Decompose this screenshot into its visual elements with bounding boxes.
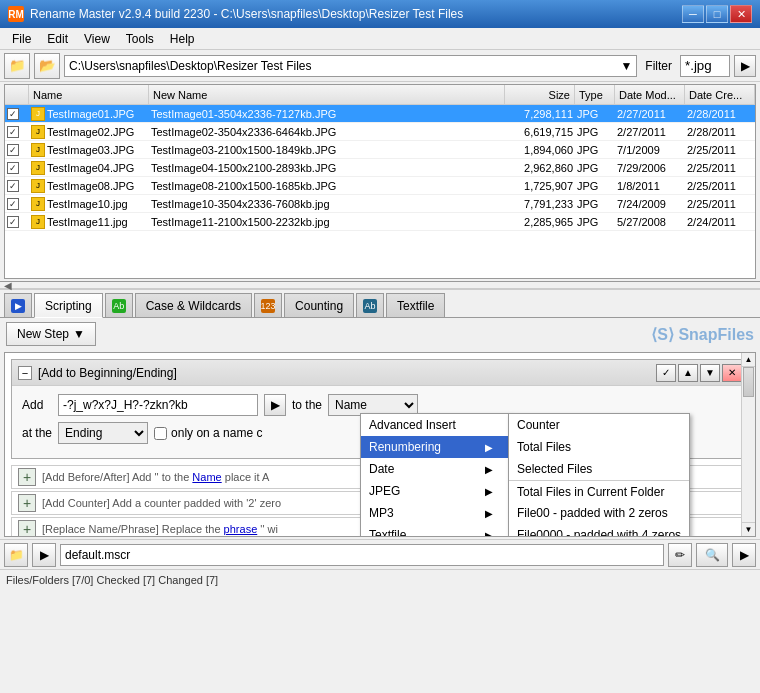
- sub-step-add-btn-3[interactable]: +: [18, 520, 36, 537]
- ctx-date[interactable]: Date ▶: [361, 458, 509, 480]
- file-datecre-5: 2/25/2011: [685, 198, 755, 210]
- script-search-btn[interactable]: 🔍: [696, 543, 728, 567]
- file-newname-5: TestImage10-3504x2336-7608kb.jpg: [149, 198, 505, 210]
- col-header-type[interactable]: Type: [575, 85, 615, 104]
- script-extra-btn[interactable]: ▶: [732, 543, 756, 567]
- col-header-datemod[interactable]: Date Mod...: [615, 85, 685, 104]
- scroll-thumb[interactable]: [743, 367, 754, 397]
- menu-tools[interactable]: Tools: [118, 29, 162, 49]
- menu-file[interactable]: File: [4, 29, 39, 49]
- checkbox-2[interactable]: [7, 144, 19, 156]
- minimize-button[interactable]: ─: [682, 5, 704, 23]
- file-name-0: J TestImage01.JPG: [29, 107, 149, 121]
- table-row[interactable]: J TestImage04.JPG TestImage04-1500x2100-…: [5, 159, 755, 177]
- file-size-4: 1,725,907: [505, 180, 575, 192]
- file-check-3[interactable]: [5, 162, 29, 174]
- sub-step-add-btn-2[interactable]: +: [18, 494, 36, 512]
- checkbox-1[interactable]: [7, 126, 19, 138]
- checkbox-6[interactable]: [7, 216, 19, 228]
- filter-input[interactable]: [680, 55, 730, 77]
- table-row[interactable]: J TestImage10.jpg TestImage10-3504x2336-…: [5, 195, 755, 213]
- submenu-selected-files[interactable]: Selected Files: [509, 458, 689, 480]
- ctx-jpeg[interactable]: JPEG ▶: [361, 480, 509, 502]
- maximize-button[interactable]: □: [706, 5, 728, 23]
- ctx-textfile[interactable]: Textfile ▶: [361, 524, 509, 537]
- title-bar-controls: ─ □ ✕: [682, 5, 752, 23]
- step-collapse-btn[interactable]: −: [18, 366, 32, 380]
- tab-case-wildcards-icon[interactable]: Ab: [105, 293, 133, 317]
- checkbox-5[interactable]: [7, 198, 19, 210]
- path-combo[interactable]: C:\Users\snapfiles\Desktop\Resizer Test …: [64, 55, 637, 77]
- scroll-down-btn[interactable]: ▼: [742, 522, 755, 536]
- col-header-newname[interactable]: New Name: [149, 85, 505, 104]
- table-row[interactable]: J TestImage08.JPG TestImage08-2100x1500-…: [5, 177, 755, 195]
- file-check-6[interactable]: [5, 216, 29, 228]
- script-pencil-btn[interactable]: ✏: [668, 543, 692, 567]
- tab-textfile-icon[interactable]: Ab: [356, 293, 384, 317]
- tabs-bar: ▶ Scripting Ab Case & Wildcards 123 Coun…: [0, 290, 760, 318]
- file-check-5[interactable]: [5, 198, 29, 210]
- tab-case-wildcards[interactable]: Case & Wildcards: [135, 293, 252, 317]
- step-onlyon-check[interactable]: only on a name c: [154, 426, 262, 440]
- tab-scripting[interactable]: Scripting: [34, 293, 103, 318]
- file-list-container: Name New Name Size Type Date Mod... Date…: [4, 84, 756, 279]
- folder-icon-btn[interactable]: 📁: [4, 53, 30, 79]
- step-ending-select[interactable]: Ending Beginning: [58, 422, 148, 444]
- table-row[interactable]: J TestImage02.JPG TestImage02-3504x2336-…: [5, 123, 755, 141]
- step-onlyon-checkbox[interactable]: [154, 427, 167, 440]
- col-header-datecre[interactable]: Date Cre...: [685, 85, 755, 104]
- script-filename-input[interactable]: [60, 544, 664, 566]
- file-datemod-6: 5/27/2008: [615, 216, 685, 228]
- step-close-btn[interactable]: ✕: [722, 364, 742, 382]
- ctx-advanced-insert[interactable]: Advanced Insert: [361, 414, 509, 436]
- step-check-btn[interactable]: ✓: [656, 364, 676, 382]
- ctx-renumbering[interactable]: Renumbering ▶: [361, 436, 509, 458]
- submenu-total-current-folder[interactable]: Total Files in Current Folder: [509, 480, 689, 502]
- step-play-btn[interactable]: ▶: [264, 394, 286, 416]
- sub-step-add-btn-1[interactable]: +: [18, 468, 36, 486]
- menu-view[interactable]: View: [76, 29, 118, 49]
- script-folder-icon[interactable]: 📁: [4, 543, 28, 567]
- submenu-file00[interactable]: File00 - padded with 2 zeros: [509, 502, 689, 524]
- step-down-btn[interactable]: ▼: [700, 364, 720, 382]
- col-header-check[interactable]: [5, 85, 29, 104]
- step-add-input[interactable]: [58, 394, 258, 416]
- col-header-name[interactable]: Name: [29, 85, 149, 104]
- checkbox-3[interactable]: [7, 162, 19, 174]
- new-step-button[interactable]: New Step ▼: [6, 322, 96, 346]
- scroll-up-btn[interactable]: ▲: [742, 353, 755, 367]
- submenu-counter-label: Counter: [517, 418, 560, 432]
- submenu-counter[interactable]: Counter: [509, 414, 689, 436]
- tab-scripting-icon-only[interactable]: ▶: [4, 293, 32, 317]
- file-check-0[interactable]: [5, 108, 29, 120]
- table-row[interactable]: J TestImage11.jpg TestImage11-2100x1500-…: [5, 213, 755, 231]
- splitter-bar[interactable]: ◀: [0, 281, 760, 289]
- step-up-btn[interactable]: ▲: [678, 364, 698, 382]
- submenu-file0000[interactable]: File0000 - padded with 4 zeros: [509, 524, 689, 537]
- tab-textfile[interactable]: Textfile: [386, 293, 445, 317]
- app-icon: RM: [8, 6, 24, 22]
- script-play-icon[interactable]: ▶: [32, 543, 56, 567]
- col-header-size[interactable]: Size: [505, 85, 575, 104]
- file-check-4[interactable]: [5, 180, 29, 192]
- menu-help[interactable]: Help: [162, 29, 203, 49]
- file-check-1[interactable]: [5, 126, 29, 138]
- ctx-mp3-label: MP3: [369, 506, 394, 520]
- tab-counting[interactable]: Counting: [284, 293, 354, 317]
- up-folder-btn[interactable]: 📂: [34, 53, 60, 79]
- status-text: Files/Folders [7/0] Checked [7] Changed …: [6, 574, 218, 586]
- menu-edit[interactable]: Edit: [39, 29, 76, 49]
- scrollbar-vertical[interactable]: ▲ ▼: [741, 353, 755, 536]
- close-button[interactable]: ✕: [730, 5, 752, 23]
- tab-counting-icon[interactable]: 123: [254, 293, 282, 317]
- table-row[interactable]: J TestImage01.JPG TestImage01-3504x2336-…: [5, 105, 755, 123]
- submenu-total-files[interactable]: Total Files: [509, 436, 689, 458]
- checkbox-4[interactable]: [7, 180, 19, 192]
- table-row[interactable]: J TestImage03.JPG TestImage03-2100x1500-…: [5, 141, 755, 159]
- file-size-3: 2,962,860: [505, 162, 575, 174]
- checkbox-0[interactable]: [7, 108, 19, 120]
- ctx-textfile-label: Textfile: [369, 528, 406, 537]
- file-check-2[interactable]: [5, 144, 29, 156]
- filter-arrow-btn[interactable]: ▶: [734, 55, 756, 77]
- ctx-mp3[interactable]: MP3 ▶: [361, 502, 509, 524]
